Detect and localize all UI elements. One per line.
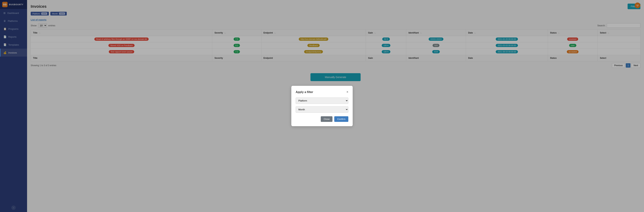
month-select[interactable]: Month [296,106,348,113]
platform-select[interactable]: Platform [296,98,348,104]
month-field: Month [296,106,348,113]
modal-close-button[interactable]: × [346,90,348,94]
modal-actions: Close Confirm [296,116,348,122]
modal-overlay: Apply a filter × Platform Month Close Co… [0,0,644,212]
filter-modal: Apply a filter × Platform Month Close Co… [291,86,353,126]
modal-title: Apply a filter [296,90,313,94]
close-modal-button[interactable]: Close [321,116,332,122]
platform-field: Platform [296,98,348,104]
modal-header: Apply a filter × [296,90,348,94]
confirm-button[interactable]: Confirm [334,116,348,122]
